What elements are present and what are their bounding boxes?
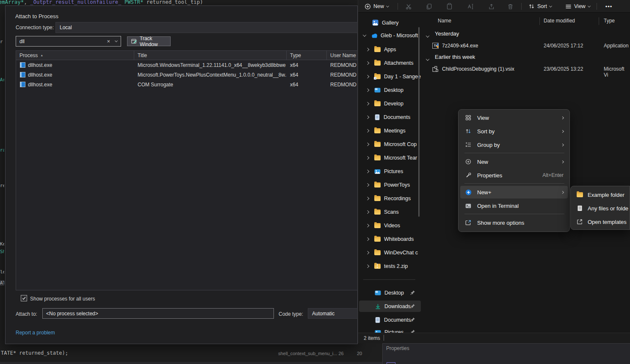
menu-item-new-plus[interactable]: New+ bbox=[460, 186, 568, 199]
group-header-yesterday[interactable]: Yesterday bbox=[435, 30, 459, 37]
chevron-right-icon[interactable] bbox=[366, 196, 369, 200]
process-filter-input[interactable]: dll × bbox=[16, 36, 121, 47]
menu-item-group-by[interactable]: Group by bbox=[460, 138, 568, 151]
properties-panel-field[interactable] bbox=[387, 362, 395, 364]
codelens-count[interactable]: 20 bbox=[357, 351, 362, 356]
column-header-title[interactable]: Title bbox=[134, 51, 287, 60]
new-button[interactable]: New bbox=[362, 1, 392, 11]
sidebar-item-apps[interactable]: Apps bbox=[359, 44, 421, 55]
chevron-right-icon[interactable] bbox=[366, 223, 369, 227]
sidebar-item-videos[interactable]: Videos bbox=[359, 220, 421, 231]
code-type-select[interactable]: Automatic bbox=[308, 308, 358, 319]
report-problem-link[interactable]: Report a problem bbox=[16, 330, 55, 336]
column-header-name[interactable]: Name bbox=[438, 18, 451, 24]
attach-to-field[interactable]: <No process selected> bbox=[42, 308, 274, 319]
show-all-users-checkbox[interactable] bbox=[21, 295, 27, 301]
submenu-item-any-files[interactable]: Any files or folde bbox=[572, 201, 630, 215]
codelens-reference[interactable]: shell_context_sub_menu_i... 26 bbox=[278, 351, 344, 356]
delete-button[interactable] bbox=[504, 1, 516, 11]
column-header-username[interactable]: User Name bbox=[327, 51, 357, 60]
sidebar-item-day1[interactable]: ↗Day 1 - Sangee bbox=[359, 71, 421, 82]
menu-item-properties[interactable]: Properties Alt+Enter bbox=[460, 169, 568, 182]
chevron-right-icon[interactable] bbox=[366, 251, 369, 254]
sidebar-item-windevchat[interactable]: WinDevChat c bbox=[359, 247, 421, 258]
chevron-right-icon[interactable] bbox=[366, 264, 369, 267]
menu-item-new[interactable]: New bbox=[460, 155, 568, 168]
context-menu: View Sort by Group by New Properties Alt… bbox=[458, 109, 570, 232]
process-row[interactable]: dllhost.exe Microsoft.PowerToys.NewPlusC… bbox=[16, 70, 357, 80]
sidebar-item-microsoft-copilot[interactable]: Microsoft Cop bbox=[359, 138, 421, 150]
cut-button[interactable] bbox=[403, 1, 414, 11]
share-button[interactable] bbox=[485, 1, 497, 11]
filter-dropdown-icon[interactable] bbox=[115, 39, 118, 42]
code-token: returned_tool_tip) bbox=[144, 0, 203, 5]
chevron-right-icon[interactable] bbox=[366, 61, 369, 64]
column-header-type[interactable]: Type bbox=[287, 51, 327, 60]
sidebar-item-documents[interactable]: Documents bbox=[359, 111, 421, 123]
sidebar-item-recordings[interactable]: Recordings bbox=[359, 193, 421, 204]
sidebar-item-microsoft-teams[interactable]: Microsoft Tear bbox=[359, 152, 421, 163]
sidebar-item-gallery[interactable]: Gallery bbox=[359, 17, 421, 28]
chevron-right-icon[interactable] bbox=[366, 142, 369, 146]
file-row-7zip[interactable]: 7z 7z2409-x64.exe bbox=[432, 41, 478, 50]
paste-button[interactable] bbox=[443, 1, 455, 11]
chevron-right-icon[interactable] bbox=[366, 129, 369, 132]
column-header-date-modified[interactable]: Date modified bbox=[544, 18, 575, 24]
chevron-right-icon[interactable] bbox=[366, 169, 369, 173]
chevron-right-icon[interactable] bbox=[366, 47, 369, 51]
sidebar-scrollbar[interactable] bbox=[418, 27, 420, 217]
sort-arrows-icon bbox=[528, 3, 535, 9]
sidebar-item-scans[interactable]: Scans bbox=[359, 206, 421, 218]
rename-button[interactable] bbox=[464, 1, 476, 11]
menu-item-sort-by[interactable]: Sort by bbox=[460, 125, 568, 138]
column-label: User Name bbox=[330, 52, 356, 58]
view-lines-icon bbox=[565, 4, 572, 9]
chevron-down-icon[interactable] bbox=[426, 55, 429, 63]
process-row[interactable]: dllhost.exe COM Surrogate x64 REDMOND bbox=[16, 80, 357, 89]
sidebar-item-onedrive[interactable]: Gleb - Microsoft bbox=[359, 30, 421, 41]
column-divider[interactable] bbox=[539, 17, 540, 25]
sidebar-item-pictures[interactable]: Pictures bbox=[359, 165, 421, 177]
sidebar-item-desktop-pinned[interactable]: Desktop bbox=[359, 287, 421, 298]
connection-type-select[interactable]: Local bbox=[55, 22, 358, 33]
column-divider[interactable] bbox=[599, 17, 599, 25]
column-header-process[interactable]: Process▲ bbox=[16, 51, 134, 60]
view-button[interactable]: View bbox=[562, 1, 593, 11]
sidebar-item-desktop[interactable]: Desktop bbox=[359, 84, 421, 96]
chevron-right-icon[interactable] bbox=[366, 102, 369, 105]
chevron-right-icon[interactable] bbox=[366, 183, 369, 186]
sidebar-item-attachments[interactable]: Attachments bbox=[359, 57, 421, 69]
submenu-item-example-folder[interactable]: Example folder bbox=[572, 188, 630, 201]
menu-item-show-more-options[interactable]: Show more options bbox=[460, 216, 568, 229]
submenu-item-open-templates[interactable]: Open templates bbox=[572, 215, 630, 229]
menu-item-view[interactable]: View bbox=[460, 111, 568, 124]
process-row[interactable]: dllhost.exe Microsoft.WindowsTerminal_1.… bbox=[16, 60, 357, 70]
copy-button[interactable] bbox=[423, 1, 434, 11]
menu-item-open-in-terminal[interactable]: Open in Terminal bbox=[460, 199, 568, 212]
sort-button[interactable]: Sort bbox=[525, 1, 555, 11]
sidebar-item-meetings[interactable]: Meetings bbox=[359, 125, 421, 136]
sidebar-item-whiteboards[interactable]: Whiteboards bbox=[359, 233, 421, 245]
chevron-right-icon[interactable] bbox=[366, 237, 369, 240]
chevron-down-icon[interactable] bbox=[426, 32, 429, 39]
sidebar-item-powertoys[interactable]: PowerToys bbox=[359, 179, 421, 190]
process-name: dllhost.exe bbox=[28, 82, 52, 88]
track-window-button[interactable]: Track Window bbox=[127, 36, 171, 46]
more-options-button[interactable]: ••• bbox=[603, 1, 615, 11]
clear-filter-icon[interactable]: × bbox=[107, 38, 110, 44]
folder-icon bbox=[374, 237, 381, 242]
menu-item-label: New bbox=[477, 159, 561, 165]
chevron-down-icon[interactable] bbox=[363, 33, 366, 36]
sidebar-item-downloads-pinned[interactable]: Downloads bbox=[359, 301, 421, 312]
chevron-right-icon[interactable] bbox=[366, 115, 369, 119]
file-row-vsix[interactable]: ChildProcessDebugging (1).vsix bbox=[432, 64, 514, 74]
sidebar-item-develop[interactable]: Develop bbox=[359, 98, 421, 109]
chevron-right-icon[interactable] bbox=[366, 74, 369, 78]
sidebar-item-documents-pinned[interactable]: Documents bbox=[359, 314, 421, 325]
chevron-right-icon[interactable] bbox=[366, 88, 369, 91]
group-header-earlier-this-week[interactable]: Earlier this week bbox=[435, 54, 475, 60]
sidebar-item-tests-zip[interactable]: tests 2.zip bbox=[359, 260, 421, 272]
chevron-right-icon[interactable] bbox=[366, 156, 369, 159]
column-header-type[interactable]: Type bbox=[604, 18, 615, 24]
chevron-right-icon[interactable] bbox=[366, 210, 369, 213]
